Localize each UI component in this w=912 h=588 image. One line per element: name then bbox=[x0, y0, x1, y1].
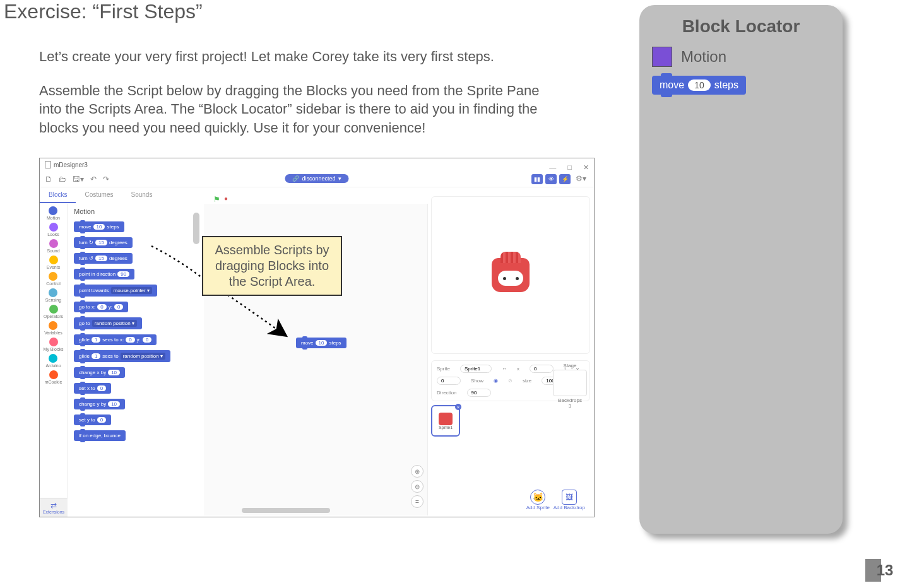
motion-color-swatch bbox=[652, 47, 672, 67]
palette-scrollbar[interactable] bbox=[193, 213, 199, 244]
tab-blocks[interactable]: Blocks bbox=[40, 187, 76, 203]
category-dot-icon bbox=[49, 370, 58, 379]
category-variables[interactable]: Variables bbox=[44, 321, 62, 335]
x-input[interactable] bbox=[530, 365, 554, 373]
category-my-blocks[interactable]: My Blocks bbox=[44, 338, 64, 351]
green-flag-icon[interactable]: ⚑ bbox=[213, 195, 220, 204]
category-dot-icon bbox=[49, 338, 58, 346]
category-label: Operators bbox=[44, 314, 63, 319]
add-sprite-icon: 🐱 bbox=[530, 490, 545, 505]
category-label: Control bbox=[46, 281, 61, 286]
speed-button[interactable]: ⚡ bbox=[559, 174, 571, 184]
palette-block[interactable]: set x to 0 bbox=[74, 383, 111, 394]
layout-button[interactable]: ▮▮ bbox=[531, 174, 543, 184]
palette-block[interactable]: turn ↺ 15 degrees bbox=[74, 253, 133, 264]
block-locator-sidebar: Block Locator Motion move 10 steps bbox=[639, 5, 843, 534]
page-title: Exercise: “First Steps” bbox=[4, 0, 203, 23]
view-button[interactable]: 👁 bbox=[545, 174, 557, 184]
category-sensing[interactable]: Sensing bbox=[45, 288, 61, 302]
callout-box: Assemble Scripts by dragging Blocks into… bbox=[202, 236, 342, 296]
script-move-block[interactable]: move 10 steps bbox=[296, 338, 346, 348]
palette-block[interactable]: point in direction 90 bbox=[74, 269, 134, 279]
palette-block[interactable]: set y to 0 bbox=[74, 415, 111, 425]
sidebar-category-label: Motion bbox=[681, 48, 726, 66]
category-dot-icon bbox=[49, 354, 57, 363]
palette-block[interactable]: change y by 10 bbox=[74, 399, 125, 409]
palette-block[interactable]: if on edge, bounce bbox=[74, 430, 126, 441]
show-off-icon[interactable]: ⊘ bbox=[508, 378, 512, 384]
new-file-icon[interactable]: 🗋 bbox=[45, 175, 52, 184]
direction-label: Direction bbox=[437, 390, 457, 396]
run-controls: ⚑ ● bbox=[213, 195, 228, 204]
undo-icon[interactable]: ↶ bbox=[90, 175, 97, 184]
block-text-pre: move bbox=[301, 340, 314, 346]
y-input[interactable] bbox=[437, 377, 461, 385]
category-label: mCookie bbox=[45, 380, 62, 384]
palette-block[interactable]: change x by 10 bbox=[74, 367, 125, 378]
sprite-character[interactable] bbox=[492, 258, 530, 292]
category-motion[interactable]: Motion bbox=[47, 206, 60, 220]
page-number-badge: 13 bbox=[865, 559, 897, 582]
maximize-icon[interactable]: □ bbox=[567, 163, 572, 172]
sidebar-category: Motion bbox=[652, 47, 830, 67]
link-icon: 🔗 bbox=[292, 175, 299, 182]
tab-sounds[interactable]: Sounds bbox=[122, 187, 161, 203]
close-icon[interactable]: ✕ bbox=[583, 163, 589, 172]
file-icon bbox=[45, 161, 51, 168]
category-label: Events bbox=[47, 265, 60, 269]
palette-block[interactable]: turn ↻ 15 degrees bbox=[74, 237, 133, 248]
category-arduino[interactable]: Arduino bbox=[45, 354, 61, 368]
add-backdrop-button[interactable]: 🖼 Add Backdrop bbox=[554, 490, 585, 510]
sprite-name-input[interactable] bbox=[460, 365, 492, 373]
window-controls[interactable]: ― □ ✕ bbox=[549, 163, 589, 172]
category-label: Motion bbox=[47, 216, 60, 220]
extensions-icon: ⇄ bbox=[50, 501, 57, 510]
tab-costumes[interactable]: Costumes bbox=[76, 187, 122, 203]
block-text-post: steps bbox=[329, 340, 341, 346]
palette-block[interactable]: move 10 steps bbox=[74, 221, 124, 232]
extensions-button[interactable]: ⇄ Extensions bbox=[40, 498, 68, 517]
stage-label: Stage bbox=[552, 363, 588, 368]
category-looks[interactable]: Looks bbox=[47, 223, 59, 237]
stage-thumbnail[interactable] bbox=[553, 370, 587, 396]
connection-status[interactable]: 🔗 disconnected ▾ bbox=[285, 174, 348, 183]
add-sprite-button[interactable]: 🐱 Add Sprite bbox=[526, 490, 550, 510]
sidebar-move-block: move 10 steps bbox=[652, 76, 746, 95]
redo-icon[interactable]: ↷ bbox=[103, 175, 109, 184]
open-folder-icon[interactable]: 🗁 bbox=[59, 175, 66, 184]
palette-block[interactable]: glide 1 secs to x: 0 y: 0 bbox=[74, 334, 157, 345]
zoom-in-icon[interactable]: ⊕ bbox=[411, 465, 423, 478]
category-control[interactable]: Control bbox=[46, 272, 61, 286]
category-label: Variables bbox=[44, 331, 62, 335]
connection-text: disconnected bbox=[302, 175, 335, 182]
block-value[interactable]: 10 bbox=[316, 340, 328, 346]
show-on-icon[interactable]: ◉ bbox=[494, 378, 498, 384]
zoom-out-icon[interactable]: ⊖ bbox=[411, 480, 423, 493]
extensions-label: Extensions bbox=[43, 510, 64, 514]
intro-paragraph-1: Let’s create your very first project! Le… bbox=[39, 47, 563, 66]
sprite-thumbnail[interactable]: × Sprite1 bbox=[431, 405, 460, 437]
palette-block[interactable]: go to random position ▾ bbox=[74, 317, 142, 329]
toolbar-left: 🗋 🗁 🖫▾ ↶ ↷ bbox=[45, 175, 109, 184]
category-dot-icon bbox=[49, 223, 58, 232]
settings-icon[interactable]: ⚙▾ bbox=[573, 174, 589, 184]
stage-preview bbox=[431, 196, 590, 354]
add-sprite-label: Add Sprite bbox=[526, 505, 550, 510]
stage-column: Stage Backdrops 3 bbox=[552, 363, 588, 409]
palette-block[interactable]: point towards mouse-pointer ▾ bbox=[74, 285, 157, 297]
category-sound[interactable]: Sound bbox=[47, 239, 59, 253]
palette-block[interactable]: go to x: 0 y: 0 bbox=[74, 302, 128, 312]
delete-sprite-icon[interactable]: × bbox=[455, 404, 461, 410]
category-operators[interactable]: Operators bbox=[44, 305, 63, 319]
stop-icon[interactable]: ● bbox=[224, 195, 228, 204]
direction-input[interactable] bbox=[467, 389, 491, 397]
save-icon[interactable]: 🖫▾ bbox=[73, 175, 84, 184]
category-events[interactable]: Events bbox=[47, 256, 60, 269]
script-scrollbar[interactable] bbox=[242, 508, 330, 513]
minimize-icon[interactable]: ― bbox=[549, 163, 556, 172]
toolbar-right: ▮▮ 👁 ⚡ ⚙▾ bbox=[531, 174, 589, 184]
zoom-reset-icon[interactable]: = bbox=[411, 495, 423, 508]
category-dot-icon bbox=[49, 288, 57, 297]
category-mcookie[interactable]: mCookie bbox=[45, 370, 62, 384]
palette-block[interactable]: glide 1 secs to random position ▾ bbox=[74, 350, 170, 362]
